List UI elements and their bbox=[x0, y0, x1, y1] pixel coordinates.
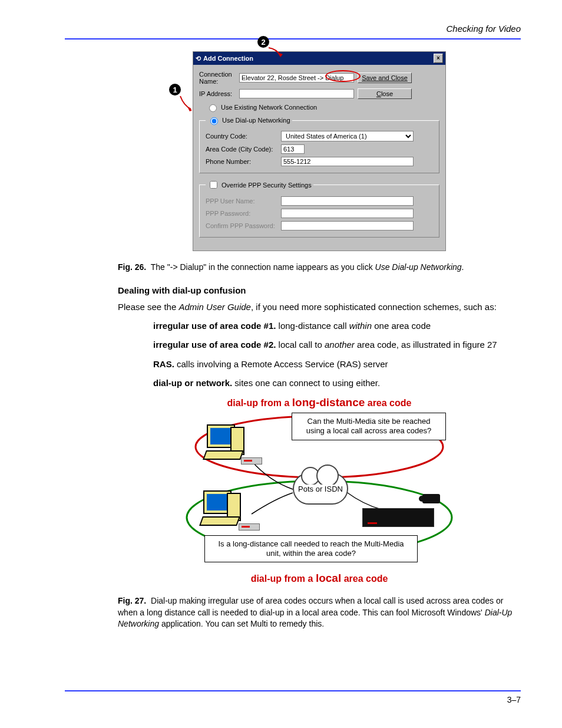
use-dialup-label: Use Dial-up Networking bbox=[222, 117, 290, 124]
ip-label: IP Address: bbox=[199, 90, 236, 97]
area-input[interactable] bbox=[281, 144, 305, 154]
phone-label: Phone Number: bbox=[206, 158, 281, 165]
country-label: Country Code: bbox=[206, 133, 281, 140]
def-item: dial-up or network. sites one can connec… bbox=[153, 377, 521, 389]
phone-input[interactable] bbox=[281, 157, 414, 166]
callout-2: 2 bbox=[257, 36, 269, 48]
close-button[interactable]: Close bbox=[358, 88, 412, 99]
arrow-2 bbox=[266, 47, 284, 58]
arrow-1 bbox=[178, 94, 196, 111]
bottom-curved-text: dial-up from a local area code bbox=[175, 572, 464, 585]
def-item: RAS. calls involving a Remote Access Ser… bbox=[153, 358, 521, 370]
computer-icon bbox=[203, 424, 244, 460]
country-select[interactable]: United States of America (1) bbox=[281, 131, 414, 141]
ppp-conf-input bbox=[281, 221, 414, 230]
modem-icon bbox=[239, 523, 260, 531]
figure-27-diagram: dial-up from a long-distance area code C… bbox=[175, 396, 464, 585]
modem-icon bbox=[241, 457, 262, 465]
ip-input[interactable] bbox=[239, 89, 354, 98]
def-item: irregular use of area code #2. local cal… bbox=[153, 339, 521, 351]
cloud-icon: Pots or ISDN bbox=[293, 473, 348, 505]
page-number: 3–7 bbox=[507, 695, 521, 704]
dialog-title: Add Connection bbox=[203, 55, 253, 62]
figure-27-caption: Fig. 27. Dial-up making irregular use of… bbox=[118, 595, 521, 630]
ppp-pass-input bbox=[281, 209, 414, 218]
speech-bubble-1: Can the Multi-Media site be reached usin… bbox=[292, 413, 446, 440]
svg-marker-0 bbox=[278, 52, 283, 57]
override-ppp-label: Override PPP Security Settings bbox=[222, 182, 312, 189]
page-header: Checking for Video bbox=[65, 24, 521, 39]
ppp-user-input bbox=[281, 196, 414, 206]
use-existing-label: Use Existing Network Connection bbox=[221, 104, 317, 111]
ppp-conf-label: Confirm PPP Password: bbox=[206, 222, 281, 229]
link-icon: ⟲ bbox=[196, 55, 201, 62]
figure-26-dialog: 2 1 ⟲ Add Connection × bbox=[193, 51, 446, 251]
multimedia-unit-icon bbox=[362, 508, 434, 527]
save-and-close-button[interactable]: Save and Close bbox=[358, 73, 412, 83]
override-ppp-checkbox[interactable] bbox=[210, 181, 217, 189]
svg-marker-1 bbox=[187, 107, 192, 111]
figure-26-caption: Fig. 26. The "-> Dialup" in the connecti… bbox=[118, 262, 521, 274]
page-footer: 3–7 bbox=[65, 690, 521, 704]
area-label: Area Code (City Code): bbox=[206, 146, 281, 153]
def-item: irregular use of area code #1. long-dist… bbox=[153, 320, 521, 332]
conn-name-input[interactable] bbox=[239, 73, 354, 83]
definition-list: irregular use of area code #1. long-dist… bbox=[153, 320, 521, 389]
speech-bubble-2: Is a long-distance call needed to reach … bbox=[204, 535, 418, 563]
dialog-titlebar: ⟲ Add Connection × bbox=[193, 52, 445, 65]
ppp-user-label: PPP User Name: bbox=[206, 197, 281, 205]
camera-icon bbox=[422, 494, 440, 503]
section-heading: Dealing with dial-up confusion bbox=[118, 285, 521, 295]
ppp-pass-label: PPP Password: bbox=[206, 210, 281, 217]
computer-icon bbox=[200, 490, 241, 526]
intro-paragraph: Please see the Admin User Guide, if you … bbox=[118, 301, 521, 313]
close-icon[interactable]: × bbox=[434, 54, 443, 63]
use-existing-radio[interactable] bbox=[209, 104, 217, 112]
use-dialup-radio[interactable] bbox=[210, 117, 218, 125]
conn-name-label: Connection Name: bbox=[199, 71, 236, 85]
